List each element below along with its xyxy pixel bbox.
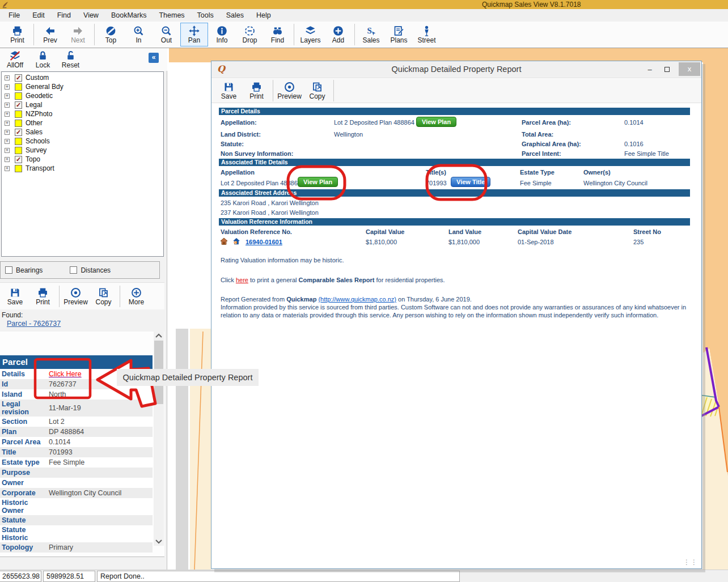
menu-edit[interactable]: Edit xyxy=(26,10,51,20)
tree-item-schools[interactable]: +Schools xyxy=(2,137,163,146)
view-title-button[interactable]: View Title xyxy=(451,177,490,187)
preview-icon xyxy=(283,81,295,93)
more-button[interactable]: More xyxy=(122,284,150,308)
expand-icon[interactable]: + xyxy=(5,112,10,117)
val-col-date: Capital Value Date xyxy=(518,228,572,235)
print-button[interactable]: Print xyxy=(243,79,270,103)
expand-icon[interactable]: + xyxy=(5,121,10,126)
save-button[interactable]: Save xyxy=(1,284,29,308)
tree-item-custom[interactable]: +✓Custom xyxy=(2,73,163,82)
preview-button[interactable]: Preview xyxy=(62,284,90,308)
expand-icon[interactable]: + xyxy=(5,166,10,171)
prev-button[interactable]: Prev xyxy=(36,23,64,46)
info-button[interactable]: Info xyxy=(208,23,236,46)
at-owner-value: Wellington City Council xyxy=(583,180,647,186)
bearings-checkbox[interactable] xyxy=(5,266,12,274)
valuation-reference-link[interactable]: 16940-01601 xyxy=(246,239,282,245)
copy-button[interactable]: Copy xyxy=(90,284,117,308)
tree-item-nzphoto[interactable]: +NZPhoto xyxy=(2,109,163,118)
top-button[interactable]: Top xyxy=(97,23,125,46)
expand-icon[interactable]: + xyxy=(5,84,10,90)
maximize-button[interactable] xyxy=(658,65,675,74)
layer-checkbox[interactable]: ✓ xyxy=(15,74,22,82)
menu-help[interactable]: Help xyxy=(250,10,277,20)
expand-icon[interactable]: + xyxy=(5,157,10,162)
row-label: Section xyxy=(0,417,46,426)
house-blue-icon[interactable] xyxy=(232,237,241,246)
table-row-purpose: Purpose xyxy=(0,468,153,478)
menu-view[interactable]: View xyxy=(77,10,105,20)
tree-item-survey[interactable]: +Survey xyxy=(2,146,163,155)
generated-pre: Report Generated from xyxy=(221,296,286,303)
house-brown-icon[interactable] xyxy=(219,237,228,246)
tree-item-other[interactable]: +Other xyxy=(2,118,163,128)
lock-button[interactable]: Lock xyxy=(29,48,57,71)
tree-item-transport[interactable]: +Transport xyxy=(2,164,163,173)
plans-button[interactable]: Plans xyxy=(385,23,413,46)
in-button[interactable]: In xyxy=(125,23,153,46)
tree-item-general-bdy[interactable]: +General Bdy xyxy=(2,82,163,91)
layer-checkbox[interactable]: ✓ xyxy=(15,129,22,136)
copy-button[interactable]: Copy xyxy=(303,79,331,103)
found-parcel-link[interactable]: Parcel - 7626737 xyxy=(7,320,61,328)
layer-checkbox[interactable] xyxy=(15,165,22,172)
menu-find[interactable]: Find xyxy=(51,10,77,20)
expand-icon[interactable]: + xyxy=(5,148,10,153)
layer-checkbox[interactable] xyxy=(15,138,22,145)
sales-icon xyxy=(365,25,377,37)
add-button[interactable]: Add xyxy=(324,23,352,46)
layer-checkbox[interactable] xyxy=(15,83,22,91)
preview-button[interactable]: Preview xyxy=(276,79,303,103)
at-view-plan-button[interactable]: View Plan xyxy=(298,177,338,187)
next-button[interactable]: Next xyxy=(64,23,92,46)
drop-button[interactable]: Drop xyxy=(236,23,264,46)
distances-checkbox[interactable] xyxy=(70,266,77,274)
tree-item-legal[interactable]: +✓Legal xyxy=(2,100,163,109)
minimize-button[interactable]: – xyxy=(641,65,658,74)
tree-item-geodetic[interactable]: +Geodetic xyxy=(2,91,163,100)
print-button[interactable]: Print xyxy=(29,284,57,308)
comparable-sales-link[interactable]: here xyxy=(236,277,248,283)
layer-checkbox[interactable] xyxy=(15,111,22,118)
menu-tools[interactable]: Tools xyxy=(191,10,220,20)
expand-icon[interactable]: + xyxy=(5,139,10,144)
resize-grip[interactable]: ⋮⋮ xyxy=(683,558,698,566)
scroll-down-icon[interactable] xyxy=(154,537,164,546)
view-plan-button[interactable]: View Plan xyxy=(416,117,456,127)
menu-themes[interactable]: Themes xyxy=(153,10,191,20)
pan-button[interactable]: Pan xyxy=(180,23,208,46)
menu-sales[interactable]: Sales xyxy=(220,10,250,20)
close-button[interactable]: x xyxy=(679,62,700,76)
print-button[interactable]: Print xyxy=(3,23,31,46)
layer-checkbox[interactable]: ✓ xyxy=(15,156,22,163)
appellation-value: Lot 2 Deposited Plan 488864 xyxy=(334,119,414,126)
parcel-scrollbar[interactable] xyxy=(154,332,164,546)
layer-checkbox[interactable] xyxy=(15,120,22,127)
tree-item-topo[interactable]: +✓Topo xyxy=(2,155,163,164)
save-button[interactable]: Save xyxy=(215,79,243,103)
row-value: Primary xyxy=(46,543,153,551)
layers-button[interactable]: Layers xyxy=(297,23,324,46)
reset-button[interactable]: Reset xyxy=(57,48,84,71)
details-click-here-link[interactable]: Click Here xyxy=(46,370,82,378)
layer-checkbox[interactable] xyxy=(15,147,22,154)
tree-item-sales[interactable]: +✓Sales xyxy=(2,128,163,137)
street-button[interactable]: Street xyxy=(413,23,441,46)
menu-bookmarks[interactable]: BookMarks xyxy=(105,10,153,20)
quickmap-url-link[interactable]: (http://www.quickmap.co.nz) xyxy=(318,296,396,303)
out-button[interactable]: Out xyxy=(153,23,180,46)
layer-checkbox[interactable]: ✓ xyxy=(15,101,22,109)
layer-checkbox[interactable] xyxy=(15,92,22,100)
menu-file[interactable]: File xyxy=(2,10,26,20)
collapse-panel-button[interactable]: « xyxy=(149,53,159,63)
find-button[interactable]: Find xyxy=(264,23,291,46)
sales-button[interactable]: Sales xyxy=(357,23,385,46)
alloff-button[interactable]: AllOff xyxy=(1,48,29,71)
expand-icon[interactable]: + xyxy=(5,130,10,135)
scroll-up-icon[interactable] xyxy=(154,332,164,341)
click-pre: Click xyxy=(221,277,236,283)
expand-icon[interactable]: + xyxy=(5,94,10,99)
expand-icon[interactable]: + xyxy=(5,75,10,80)
dialog-title-bar[interactable]: Q Quickmap Detailed Property Report – x xyxy=(211,61,701,78)
expand-icon[interactable]: + xyxy=(5,103,10,108)
